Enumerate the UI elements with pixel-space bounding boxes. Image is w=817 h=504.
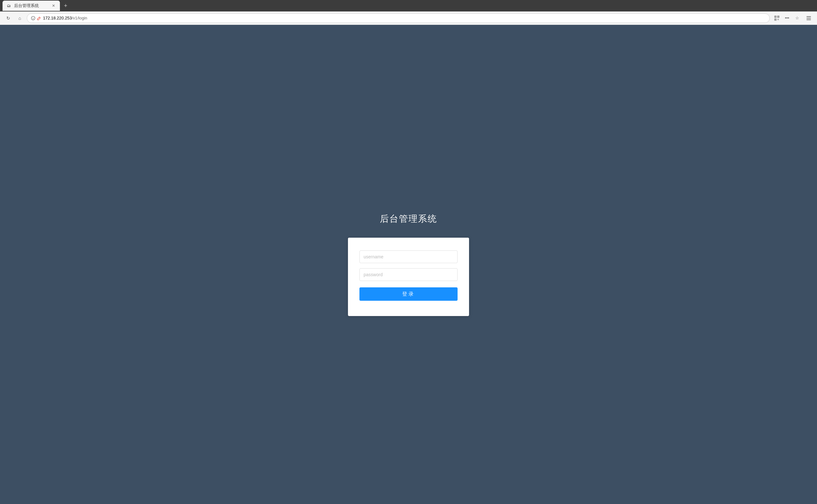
browser-chrome: 🗂 后台管理系统 ✕ + ↻ ⌂ 172.18.220.253/v1 — [0, 0, 817, 25]
nav-right-buttons: ••• ☆ — [772, 14, 802, 23]
svg-rect-12 — [777, 19, 778, 20]
svg-rect-10 — [777, 19, 778, 19]
login-card: 登录 — [348, 238, 469, 316]
tab-close-button[interactable]: ✕ — [51, 3, 56, 8]
address-bar-icons — [31, 16, 41, 20]
svg-rect-14 — [806, 16, 811, 17]
login-button[interactable]: 登录 — [359, 287, 458, 301]
svg-rect-15 — [806, 18, 811, 18]
svg-rect-16 — [806, 19, 811, 20]
page-content: 后台管理系统 登录 — [0, 25, 817, 504]
svg-line-3 — [40, 17, 40, 18]
sidebar-button[interactable] — [804, 14, 813, 23]
svg-point-2 — [33, 17, 33, 17]
address-bar[interactable]: 172.18.220.253/v1/login — [27, 13, 770, 23]
reload-button[interactable]: ↻ — [4, 14, 13, 23]
tab-favicon-icon: 🗂 — [6, 3, 11, 8]
active-tab[interactable]: 🗂 后台管理系统 ✕ — [3, 1, 60, 11]
nav-bar: ↻ ⌂ 172.18.220.253/v1/login — [0, 11, 817, 25]
tab-title: 后台管理系统 — [14, 3, 48, 9]
home-button[interactable]: ⌂ — [15, 14, 24, 23]
new-tab-button[interactable]: + — [61, 1, 70, 10]
svg-rect-13 — [778, 19, 779, 20]
svg-rect-9 — [775, 19, 776, 20]
svg-rect-8 — [778, 16, 779, 17]
more-button[interactable]: ••• — [783, 14, 792, 23]
edit-icon — [37, 16, 41, 20]
info-icon — [31, 16, 35, 20]
address-text: 172.18.220.253/v1/login — [43, 16, 766, 20]
password-input[interactable] — [359, 268, 458, 281]
tab-bar: 🗂 后台管理系统 ✕ + — [0, 0, 817, 11]
qr-button[interactable] — [772, 14, 781, 23]
bookmark-button[interactable]: ☆ — [793, 14, 802, 23]
page-title: 后台管理系统 — [380, 213, 437, 225]
username-input[interactable] — [359, 250, 458, 263]
svg-rect-11 — [778, 19, 779, 19]
svg-rect-7 — [775, 16, 776, 17]
